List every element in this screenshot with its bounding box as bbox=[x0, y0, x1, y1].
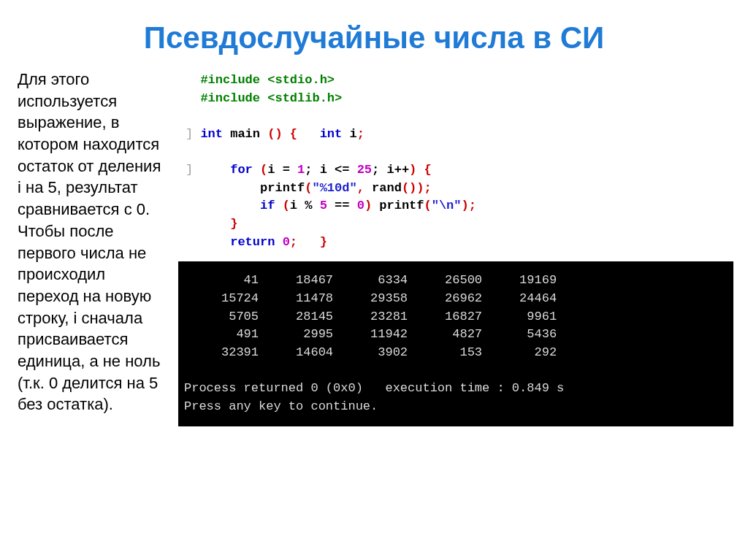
body-text: Для этого используется выражение, в кото… bbox=[18, 69, 172, 426]
console-status: Press any key to continue. bbox=[184, 399, 378, 413]
num: 5 bbox=[320, 199, 327, 212]
console-row: 32391 14604 3902 153 292 bbox=[184, 345, 557, 359]
console-status: Process returned 0 (0x0) execution time … bbox=[184, 381, 564, 395]
hdr-stdio: <stdio.h> bbox=[267, 73, 335, 87]
sep: ; i <= bbox=[305, 163, 356, 177]
kw-include: #include bbox=[200, 73, 260, 87]
code-block: #include <stdio.h> #include <stdlib.h> ]… bbox=[178, 69, 733, 258]
num: 0 bbox=[357, 199, 365, 212]
eqeq: == bbox=[327, 199, 357, 212]
console-row: 15724 11478 29358 26962 24464 bbox=[184, 291, 557, 305]
console-row: 5705 28145 23281 16827 9961 bbox=[184, 310, 557, 323]
kw-for: for bbox=[230, 163, 253, 177]
right-column: #include <stdio.h> #include <stdlib.h> ]… bbox=[172, 69, 733, 426]
kw-include: #include bbox=[200, 91, 260, 105]
console-row: 41 18467 6334 26500 19169 bbox=[184, 273, 557, 287]
kw-int: int bbox=[200, 127, 223, 141]
num: 1 bbox=[297, 163, 305, 177]
num: 25 bbox=[357, 163, 372, 177]
console-output: 41 18467 6334 26500 19169 15724 11478 29… bbox=[178, 261, 733, 426]
page-title: Псевдослучайные числа в СИ bbox=[0, 0, 748, 69]
fmt: "\n" bbox=[432, 199, 462, 212]
retval: 0 bbox=[283, 235, 290, 249]
kw-return: return bbox=[230, 235, 275, 249]
printf: printf bbox=[260, 181, 305, 195]
for-init: i = bbox=[267, 163, 297, 177]
hdr-stdlib: <stdlib.h> bbox=[267, 91, 342, 105]
console-row: 491 2995 11942 4827 5436 bbox=[184, 327, 557, 341]
fmt: "%10d" bbox=[312, 181, 356, 195]
mod: i % bbox=[290, 199, 320, 212]
content-row: Для этого используется выражение, в кото… bbox=[0, 69, 748, 426]
rand: rand bbox=[372, 181, 402, 195]
sep: ; i++ bbox=[372, 163, 409, 177]
kw-if: if bbox=[260, 199, 275, 212]
printf: printf bbox=[379, 199, 424, 212]
kw-int: int bbox=[320, 127, 343, 141]
